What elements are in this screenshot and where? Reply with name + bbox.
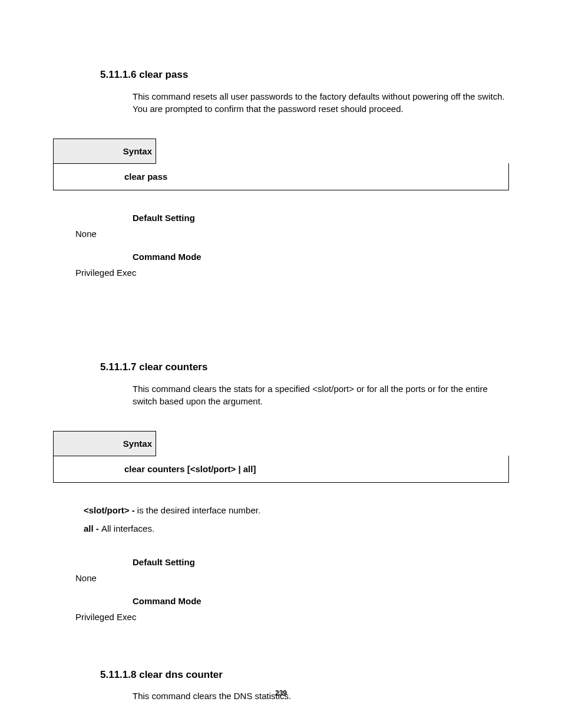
syntax-command: clear pass <box>53 163 509 190</box>
parameter-all: all - All interfaces. <box>84 522 509 535</box>
section-number: 5.11.1.7 <box>100 361 136 373</box>
default-setting-label: Default Setting <box>133 212 509 224</box>
section-heading-clear-pass: 5.11.1.6 clear pass <box>100 68 509 82</box>
section-description: This command clears the stats for a spec… <box>133 383 509 407</box>
section-heading-clear-dns-counter: 5.11.1.8 clear dns counter <box>100 668 509 682</box>
command-mode-label: Command Mode <box>133 251 509 263</box>
spacer <box>53 289 509 360</box>
section-number: 5.11.1.6 <box>100 69 136 80</box>
section-description: This command resets all user passwords t… <box>133 90 509 115</box>
default-setting-value: None <box>75 572 509 584</box>
command-mode-label: Command Mode <box>133 595 509 607</box>
syntax-label: Syntax <box>53 139 156 164</box>
section-title: clear pass <box>139 69 188 80</box>
spacer <box>53 634 509 668</box>
command-mode-value: Privileged Exec <box>75 611 509 623</box>
section-title: clear counters <box>139 361 207 373</box>
syntax-block: Syntax clear counters [<slot/port> | all… <box>53 431 509 483</box>
page-number: 239 <box>0 689 562 699</box>
parameter-term: <slot/port> - <box>84 505 137 515</box>
parameter-slot-port: <slot/port> - is the desired interface n… <box>84 504 509 516</box>
parameter-term: all - <box>84 523 101 533</box>
default-setting-label: Default Setting <box>133 556 509 568</box>
syntax-command: clear counters [<slot/port> | all] <box>53 456 509 483</box>
default-setting-value: None <box>75 228 509 240</box>
section-number: 5.11.1.8 <box>100 669 136 680</box>
command-mode-value: Privileged Exec <box>75 266 509 279</box>
syntax-block: Syntax clear pass <box>53 139 509 190</box>
section-title: clear dns counter <box>139 669 223 680</box>
syntax-label: Syntax <box>53 431 156 456</box>
section-heading-clear-counters: 5.11.1.7 clear counters <box>100 360 509 374</box>
parameter-desc: is the desired interface number. <box>137 505 260 515</box>
page-content: 5.11.1.6 clear pass This command resets … <box>0 0 562 702</box>
parameter-desc: All interfaces. <box>101 523 154 533</box>
